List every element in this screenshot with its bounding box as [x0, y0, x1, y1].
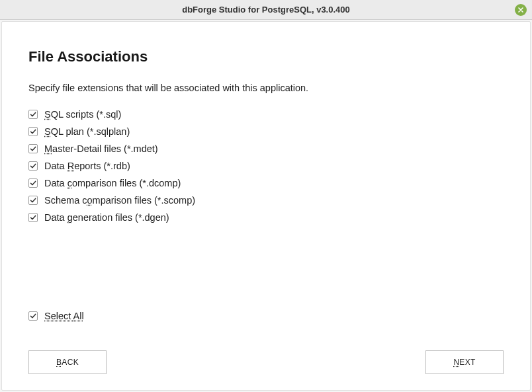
close-icon[interactable]	[515, 4, 527, 16]
file-association-checkbox[interactable]	[28, 110, 38, 119]
file-association-label[interactable]: Data generation files (*.dgen)	[44, 212, 169, 223]
file-association-checkbox[interactable]	[28, 127, 38, 136]
page-content: File Associations Specify file extension…	[1, 21, 531, 391]
window-title: dbForge Studio for PostgreSQL, v3.0.400	[182, 5, 350, 15]
list-item: Master-Detail files (*.mdet)	[28, 143, 504, 154]
titlebar: dbForge Studio for PostgreSQL, v3.0.400	[0, 0, 532, 20]
page-title: File Associations	[28, 48, 504, 65]
file-association-checkbox[interactable]	[28, 144, 38, 153]
select-all-label[interactable]: Select All	[44, 311, 84, 321]
list-item: Data comparison files (*.dcomp)	[28, 178, 504, 188]
file-association-checkbox[interactable]	[28, 213, 38, 222]
list-item: SQL scripts (*.sql)	[28, 109, 504, 120]
next-button[interactable]: NEXT	[425, 350, 504, 374]
list-item: Schema comparison files (*.scomp)	[28, 195, 504, 206]
list-item: SQL plan (*.sqlplan)	[28, 126, 504, 137]
list-item: Data generation files (*.dgen)	[28, 212, 504, 223]
list-item: Data Reports (*.rdb)	[28, 161, 504, 171]
file-association-label[interactable]: Data Reports (*.rdb)	[44, 161, 130, 171]
file-association-label[interactable]: SQL scripts (*.sql)	[44, 109, 121, 120]
file-association-checkbox[interactable]	[28, 161, 38, 171]
file-association-label[interactable]: Schema comparison files (*.scomp)	[44, 195, 195, 206]
back-button[interactable]: BACK	[28, 350, 107, 374]
select-all-checkbox[interactable]	[28, 311, 38, 321]
file-association-list: SQL scripts (*.sql)SQL plan (*.sqlplan)M…	[28, 109, 504, 223]
file-association-checkbox[interactable]	[28, 196, 38, 205]
button-row: BACK NEXT	[28, 350, 504, 374]
file-association-label[interactable]: SQL plan (*.sqlplan)	[44, 126, 130, 137]
select-all-row: Select All	[28, 311, 504, 321]
file-association-checkbox[interactable]	[28, 178, 38, 188]
page-description: Specify file extensions that will be ass…	[28, 83, 504, 93]
file-association-label[interactable]: Data comparison files (*.dcomp)	[44, 178, 181, 188]
file-association-label[interactable]: Master-Detail files (*.mdet)	[44, 143, 158, 154]
